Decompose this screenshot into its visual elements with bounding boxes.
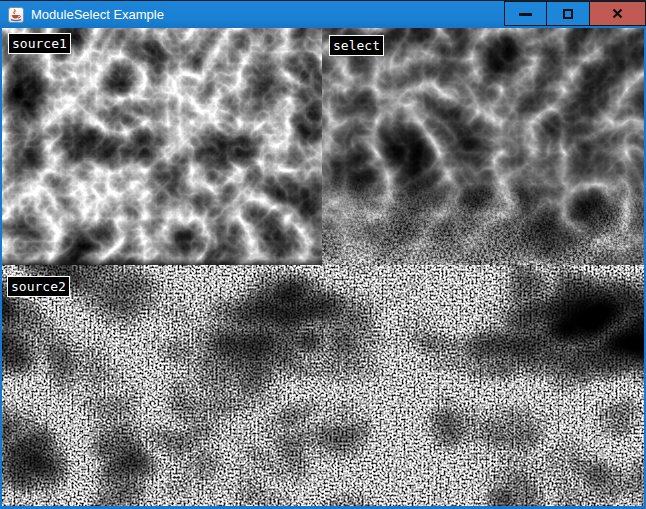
minimize-button[interactable] <box>504 1 547 26</box>
window-controls <box>504 1 646 26</box>
source1-image-bottom-edge <box>2 258 322 265</box>
maximize-icon <box>563 9 573 19</box>
source2-image <box>2 265 644 506</box>
select-label: select <box>329 35 384 56</box>
render-canvas: source1 select source2 <box>2 28 644 506</box>
close-icon <box>612 8 623 19</box>
source1-label: source1 <box>8 33 71 54</box>
java-coffee-cup-icon <box>8 7 24 23</box>
maximize-button[interactable] <box>547 1 590 26</box>
window-top-border <box>0 0 646 1</box>
app-window: ModuleSelect Example <box>0 0 646 509</box>
close-button[interactable] <box>590 1 646 26</box>
source2-label: source2 <box>7 276 70 297</box>
minimize-icon <box>519 13 532 16</box>
titlebar[interactable]: ModuleSelect Example <box>0 1 646 28</box>
window-title: ModuleSelect Example <box>31 7 164 22</box>
source1-image <box>2 28 322 265</box>
